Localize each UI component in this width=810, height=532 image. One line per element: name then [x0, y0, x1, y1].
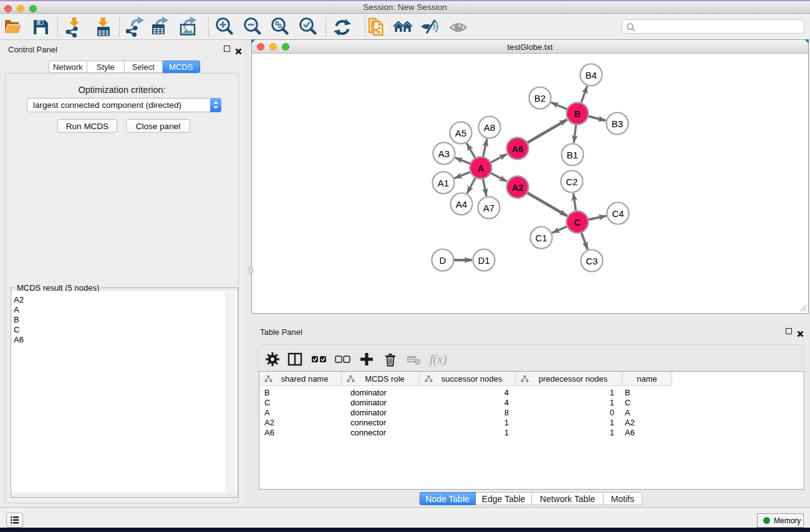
svg-text:C4: C4 [612, 208, 624, 219]
svg-text:B: B [574, 109, 581, 119]
svg-text:D: D [440, 255, 446, 266]
svg-text:C2: C2 [566, 177, 577, 187]
svg-text:B2: B2 [534, 93, 546, 104]
svg-text:C1: C1 [535, 233, 547, 243]
svg-text:A: A [478, 163, 485, 173]
svg-text:B3: B3 [612, 118, 623, 129]
svg-text:A2: A2 [512, 183, 524, 193]
svg-text:B4: B4 [586, 70, 597, 80]
svg-text:A6: A6 [512, 144, 524, 154]
svg-text:A3: A3 [438, 148, 450, 159]
svg-text:B1: B1 [567, 150, 578, 160]
svg-text:D1: D1 [478, 255, 489, 266]
svg-text:C3: C3 [586, 256, 597, 266]
svg-text:A4: A4 [456, 199, 467, 210]
svg-text:A8: A8 [484, 122, 495, 133]
svg-text:A7: A7 [483, 203, 494, 213]
svg-text:A5: A5 [455, 128, 466, 138]
svg-text:A1: A1 [438, 178, 449, 188]
svg-text:C: C [574, 218, 581, 228]
